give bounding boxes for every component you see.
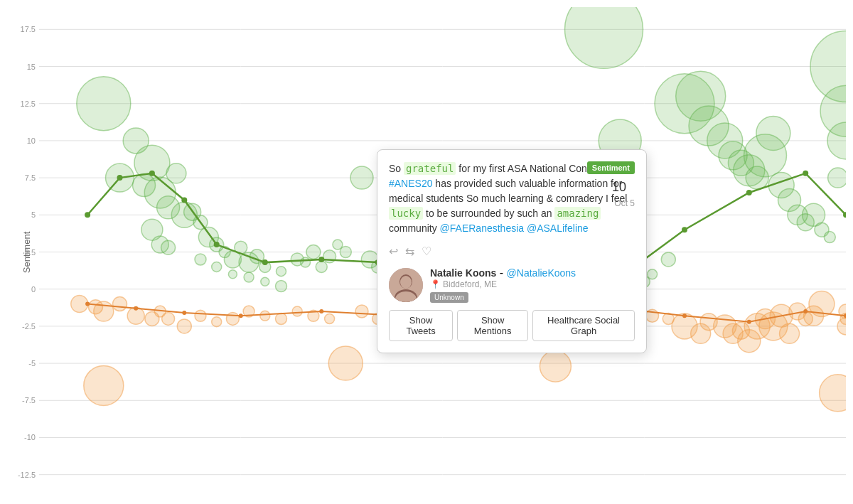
user-handle[interactable]: @NatalieKoons bbox=[507, 267, 576, 279]
grid-label: 10 bbox=[27, 136, 36, 145]
sentiment-score: 10 bbox=[612, 180, 626, 195]
grid-label: -10 bbox=[24, 433, 36, 441]
user-name: Natalie Koons bbox=[430, 267, 496, 279]
mention-faer: @FAERanesthesia bbox=[440, 222, 525, 234]
tweet-tooltip: Sentiment 10 Oct 5 So grateful for my fi… bbox=[377, 149, 647, 353]
grid-label: -7.5 bbox=[22, 396, 36, 404]
grid-label: -2.5 bbox=[22, 322, 36, 331]
highlight-amazing: amazing bbox=[554, 207, 601, 220]
sentiment-badge: Sentiment bbox=[587, 161, 635, 174]
mention-asa: @ASALifeline bbox=[527, 222, 589, 234]
user-info: Natalie Koons - @NatalieKoons 📍 Biddefor… bbox=[430, 267, 576, 303]
highlight-grateful: grateful bbox=[404, 162, 456, 175]
retweet-icon[interactable]: ⇆ bbox=[405, 245, 414, 258]
tooltip-buttons: Show Tweets Show Mentions Healthcare Soc… bbox=[389, 310, 635, 341]
reply-icon[interactable]: ↩ bbox=[389, 245, 398, 258]
hashtag-anes20: #ANES20 bbox=[389, 178, 432, 189]
highlight-lucky: lucky bbox=[389, 207, 423, 220]
grid-label: 12.5 bbox=[21, 100, 36, 108]
grid-label: 7.5 bbox=[25, 173, 36, 182]
avatar bbox=[389, 268, 423, 302]
user-location: 📍 Biddeford, ME bbox=[430, 279, 576, 289]
location-pin-icon: 📍 bbox=[430, 279, 441, 289]
date-label: Oct 5 bbox=[614, 198, 635, 208]
grid-label: 17.5 bbox=[21, 25, 36, 33]
user-name-handle: Natalie Koons - @NatalieKoons bbox=[430, 267, 576, 279]
action-icons: ↩ ⇆ ♡ bbox=[389, 245, 635, 258]
show-tweets-button[interactable]: Show Tweets bbox=[389, 310, 453, 341]
show-mentions-button[interactable]: Show Mentions bbox=[457, 310, 528, 341]
grid-label: -5 bbox=[28, 359, 36, 368]
healthcare-social-graph-button[interactable]: Healthcare Social Graph bbox=[532, 310, 635, 341]
grid-label: 0 bbox=[31, 285, 36, 294]
svg-point-3 bbox=[400, 276, 412, 289]
user-row: Natalie Koons - @NatalieKoons 📍 Biddefor… bbox=[389, 267, 635, 303]
grid-label: 5 bbox=[31, 210, 36, 219]
grid-label: 15 bbox=[27, 63, 36, 71]
grid-label: -12.5 bbox=[18, 471, 36, 479]
grid-label: 2.5 bbox=[25, 248, 36, 257]
favorite-icon[interactable]: ♡ bbox=[422, 245, 431, 258]
unknown-badge: Unknown bbox=[430, 292, 468, 303]
